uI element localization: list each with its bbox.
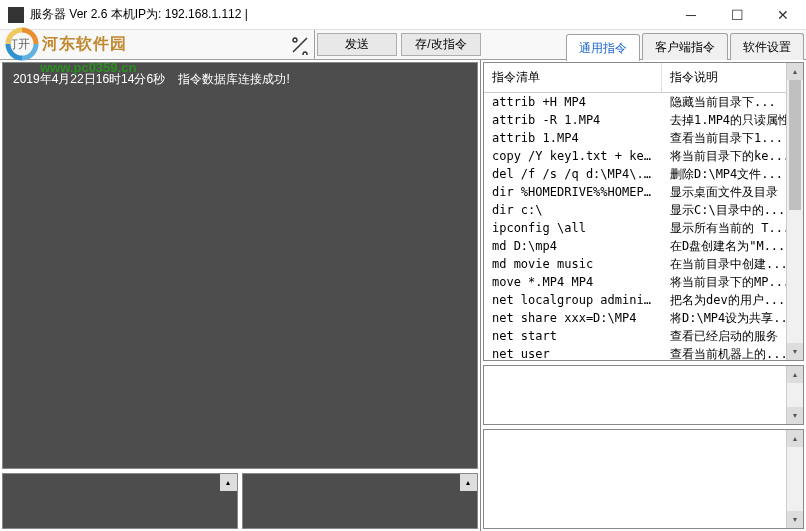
command-text: net localgroup adminis... (484, 291, 662, 309)
command-desc: 查看当前目录下1... (662, 129, 803, 147)
command-row[interactable]: dir %HOMEDRIVE%%HOMEPA...显示桌面文件及目录 (484, 183, 803, 201)
command-text: move *.MP4 MP4 (484, 273, 662, 291)
command-text: dir c:\ (484, 201, 662, 219)
open-label[interactable]: 打开 (0, 36, 36, 53)
bottom-left-box[interactable]: ▴ (2, 473, 238, 529)
close-button[interactable]: ✕ (760, 0, 806, 30)
scroll-down-icon[interactable]: ▾ (787, 343, 803, 360)
minimize-button[interactable]: ─ (668, 0, 714, 30)
tab-client-commands[interactable]: 客户端指令 (642, 33, 728, 60)
command-desc: 将当前目录下的MP... (662, 273, 803, 291)
command-text: attrib 1.MP4 (484, 129, 662, 147)
scroll-up-icon[interactable]: ▴ (787, 366, 803, 383)
command-row[interactable]: net share xxx=D:\MP4将D:\MP4设为共享... (484, 309, 803, 327)
bottom-scrollbar[interactable]: ▴ ▾ (786, 430, 803, 528)
left-pane: 2019年4月22日16时14分6秒 指令数据库连接成功! ▴ ▴ (0, 60, 481, 531)
command-text: net user (484, 345, 662, 361)
command-text: copy /Y key1.txt + key... (484, 147, 662, 165)
command-desc: 去掉1.MP4的只读属性 (662, 111, 803, 129)
command-row[interactable]: del /f /s /q d:\MP4\...删除D:\MP4文件... (484, 165, 803, 183)
send-button[interactable]: 发送 (317, 33, 397, 56)
command-row[interactable]: attrib -R 1.MP4去掉1.MP4的只读属性 (484, 111, 803, 129)
command-desc: 隐藏当前目录下... (662, 93, 803, 111)
command-text: md movie music (484, 255, 662, 273)
scroll-up-icon[interactable]: ▴ (220, 474, 237, 491)
command-input[interactable] (36, 34, 286, 56)
command-row[interactable]: net start查看已经启动的服务 (484, 327, 803, 345)
command-desc: 查看已经启动的服务 (662, 327, 803, 345)
window-titlebar: 服务器 Ver 2.6 本机IP为: 192.168.1.112 | ─ ☐ ✕ (0, 0, 806, 30)
command-text: dir %HOMEDRIVE%%HOMEPA... (484, 183, 662, 201)
command-text: net share xxx=D:\MP4 (484, 309, 662, 327)
command-desc: 在D盘创建名为"M... (662, 237, 803, 255)
bottom-split: ▴ ▴ (0, 471, 480, 531)
log-msg: 指令数据库连接成功! (178, 72, 289, 86)
command-desc: 显示桌面文件及目录 (662, 183, 803, 201)
tools-icon[interactable] (286, 35, 314, 55)
command-desc: 查看当前机器上的... (662, 345, 803, 361)
command-text: attrib +H MP4 (484, 93, 662, 111)
command-row[interactable]: attrib 1.MP4查看当前目录下1... (484, 129, 803, 147)
toolbar-left: 打开 (0, 30, 315, 59)
header-command[interactable]: 指令清单 (484, 63, 662, 92)
scroll-up-icon[interactable]: ▴ (787, 430, 803, 447)
detail-scrollbar[interactable]: ▴ ▾ (786, 366, 803, 424)
command-desc: 显示所有当前的 T... (662, 219, 803, 237)
command-desc: 删除D:\MP4文件... (662, 165, 803, 183)
command-text: ipconfig \all (484, 219, 662, 237)
window-controls: ─ ☐ ✕ (668, 0, 806, 30)
command-desc: 将D:\MP4设为共享... (662, 309, 803, 327)
log-time: 2019年4月22日16时14分6秒 (13, 72, 165, 86)
command-row[interactable]: copy /Y key1.txt + key...将当前目录下的ke... (484, 147, 803, 165)
toolbar: 打开 发送 存/改指令 通用指令 客户端指令 软件设置 (0, 30, 806, 60)
command-detail-box[interactable]: ▴ ▾ (483, 365, 804, 425)
command-list[interactable]: 指令清单 指令说明 attrib +H MP4隐藏当前目录下...attrib … (483, 62, 804, 361)
window-title: 服务器 Ver 2.6 本机IP为: 192.168.1.112 | (30, 6, 668, 23)
command-desc: 把名为dev的用户... (662, 291, 803, 309)
maximize-button[interactable]: ☐ (714, 0, 760, 30)
tab-common-commands[interactable]: 通用指令 (566, 34, 640, 61)
bottom-right-box[interactable]: ▴ (242, 473, 478, 529)
right-pane: 指令清单 指令说明 attrib +H MP4隐藏当前目录下...attrib … (481, 60, 806, 531)
header-description[interactable]: 指令说明 (662, 63, 803, 92)
command-desc: 显示C:\目录中的... (662, 201, 803, 219)
command-row[interactable]: net user查看当前机器上的... (484, 345, 803, 361)
scroll-down-icon[interactable]: ▾ (787, 511, 803, 528)
command-text: net start (484, 327, 662, 345)
command-text: attrib -R 1.MP4 (484, 111, 662, 129)
command-row[interactable]: dir c:\显示C:\目录中的... (484, 201, 803, 219)
command-list-header: 指令清单 指令说明 (484, 63, 803, 93)
command-row[interactable]: attrib +H MP4隐藏当前目录下... (484, 93, 803, 111)
tab-software-settings[interactable]: 软件设置 (730, 33, 804, 60)
save-command-button[interactable]: 存/改指令 (401, 33, 481, 56)
log-output[interactable]: 2019年4月22日16时14分6秒 指令数据库连接成功! (2, 62, 478, 469)
command-list-scrollbar[interactable]: ▴ ▾ (786, 63, 803, 360)
command-row[interactable]: md movie music在当前目录中创建... (484, 255, 803, 273)
command-row[interactable]: md D:\mp4在D盘创建名为"M... (484, 237, 803, 255)
command-text: md D:\mp4 (484, 237, 662, 255)
scroll-up-icon[interactable]: ▴ (787, 63, 803, 80)
scroll-up-icon[interactable]: ▴ (460, 474, 477, 491)
main-area: 2019年4月22日16时14分6秒 指令数据库连接成功! ▴ ▴ 指令清单 指… (0, 60, 806, 531)
tab-bar: 通用指令 客户端指令 软件设置 (560, 30, 806, 60)
command-row[interactable]: ipconfig \all显示所有当前的 T... (484, 219, 803, 237)
right-bottom-box[interactable]: ▴ ▾ (483, 429, 804, 529)
command-desc: 将当前目录下的ke... (662, 147, 803, 165)
command-row[interactable]: net localgroup adminis...把名为dev的用户... (484, 291, 803, 309)
app-icon (8, 7, 24, 23)
scroll-down-icon[interactable]: ▾ (787, 407, 803, 424)
command-row[interactable]: move *.MP4 MP4将当前目录下的MP... (484, 273, 803, 291)
scroll-thumb[interactable] (789, 80, 801, 210)
log-line: 2019年4月22日16时14分6秒 指令数据库连接成功! (13, 71, 467, 88)
command-text: del /f /s /q d:\MP4\... (484, 165, 662, 183)
command-desc: 在当前目录中创建... (662, 255, 803, 273)
